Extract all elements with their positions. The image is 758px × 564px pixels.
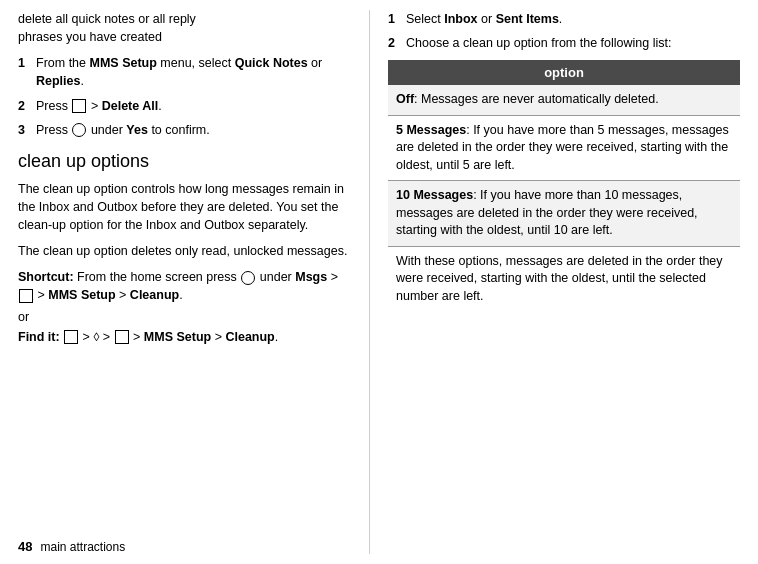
find-it-paragraph: Find it: > ◊ > > MMS Setup > Cleanup. <box>18 328 351 346</box>
shortcut-paragraph: Shortcut: From the home screen press und… <box>18 268 351 304</box>
step-3-number: 3 <box>18 121 36 139</box>
table-cell-5: 5 Messages: If you have more than 5 mess… <box>388 115 740 181</box>
table-cell-10: 10 Messages: If you have more than 10 me… <box>388 181 740 247</box>
step-1-bold2: Quick Notes <box>235 56 308 70</box>
step-1-bold3: Replies <box>36 74 80 88</box>
menu-icon <box>72 99 86 113</box>
off-label: Off <box>396 92 414 106</box>
intro-text: delete all quick notes or all reply phra… <box>18 10 351 46</box>
table-header: option <box>388 60 740 85</box>
five-msg-label: 5 Messages <box>396 123 466 137</box>
step-2-content: Press > Delete All. <box>36 97 351 115</box>
page-number: 48 <box>18 539 32 554</box>
table-row-5: 5 Messages: If you have more than 5 mess… <box>388 115 740 181</box>
body-text-1: The clean up option controls how long me… <box>18 180 351 234</box>
table-row-note: With these options, messages are deleted… <box>388 246 740 311</box>
shortcut-cleanup: Cleanup <box>130 288 179 302</box>
step-3-content: Press under Yes to confirm. <box>36 121 351 139</box>
right-steps-list: 1 Select Inbox or Sent Items. 2 Choose a… <box>388 10 740 52</box>
step-1-content: From the MMS Setup menu, select Quick No… <box>36 54 351 90</box>
footer-label: main attractions <box>40 540 125 554</box>
step-3-bold: Yes <box>126 123 148 137</box>
body-text-2: The clean up option deletes only read, u… <box>18 242 351 260</box>
right-step-1-content: Select Inbox or Sent Items. <box>406 10 740 28</box>
step-1: 1 From the MMS Setup menu, select Quick … <box>18 54 351 90</box>
find-cleanup: Cleanup <box>225 330 274 344</box>
shortcut-label: Shortcut: <box>18 270 74 284</box>
table-row-10: 10 Messages: If you have more than 10 me… <box>388 181 740 247</box>
find-menu-icon-1 <box>64 330 78 344</box>
steps-list: 1 From the MMS Setup menu, select Quick … <box>18 54 351 139</box>
option-table: option Off: Messages are never automatic… <box>388 60 740 311</box>
step-2-bold: Delete All <box>102 99 159 113</box>
step-3: 3 Press under Yes to confirm. <box>18 121 351 139</box>
section-title: clean up options <box>18 151 351 172</box>
nav-icon <box>72 123 86 137</box>
left-column: delete all quick notes or all reply phra… <box>0 10 370 554</box>
right-step-1-number: 1 <box>388 10 406 28</box>
shortcut-mms: MMS Setup <box>48 288 115 302</box>
table-row-off: Off: Messages are never automatically de… <box>388 85 740 115</box>
step-2: 2 Press > Delete All. <box>18 97 351 115</box>
table-cell-note: With these options, messages are deleted… <box>388 246 740 311</box>
step-1-number: 1 <box>18 54 36 72</box>
shortcut-menu-icon <box>19 289 33 303</box>
find-mms: MMS Setup <box>144 330 211 344</box>
right-step-2: 2 Choose a clean up option from the foll… <box>388 34 740 52</box>
page-footer: 48 main attractions <box>18 539 125 554</box>
shortcut-msgs: Msgs <box>295 270 327 284</box>
right-step-1: 1 Select Inbox or Sent Items. <box>388 10 740 28</box>
right-step-2-content: Choose a clean up option from the follow… <box>406 34 740 52</box>
or-text: or <box>18 310 351 324</box>
right-step-2-number: 2 <box>388 34 406 52</box>
right-bold-sent: Sent Items <box>496 12 559 26</box>
ten-msg-label: 10 Messages <box>396 188 473 202</box>
table-cell-off: Off: Messages are never automatically de… <box>388 85 740 115</box>
find-menu-icon-2 <box>115 330 129 344</box>
right-column: 1 Select Inbox or Sent Items. 2 Choose a… <box>370 10 758 554</box>
shortcut-nav-icon <box>241 271 255 285</box>
step-1-bold1: MMS Setup <box>90 56 157 70</box>
find-it-label: Find it: <box>18 330 60 344</box>
step-2-number: 2 <box>18 97 36 115</box>
right-bold-inbox: Inbox <box>444 12 477 26</box>
